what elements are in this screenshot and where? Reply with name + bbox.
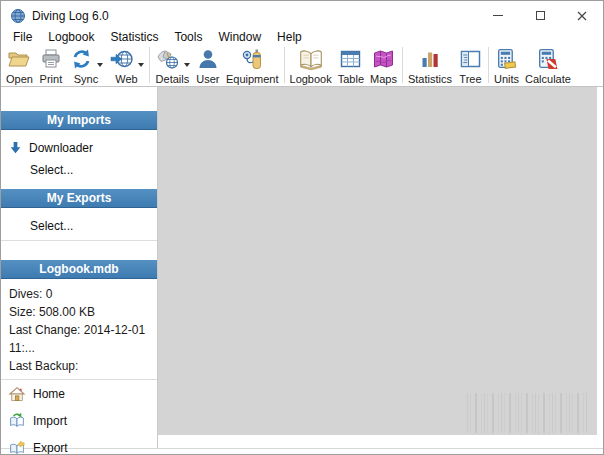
menu-statistics[interactable]: Statistics bbox=[102, 30, 166, 45]
window-title: Diving Log 6.0 bbox=[32, 9, 109, 23]
titlebar: Diving Log 6.0 bbox=[1, 1, 603, 30]
toolbar-user-button[interactable]: User bbox=[193, 46, 223, 85]
sidebar-nav-label: Export bbox=[33, 441, 68, 455]
toolbar-sync-button[interactable]: Sync bbox=[66, 46, 106, 85]
printer-icon bbox=[39, 47, 63, 71]
minimize-icon bbox=[493, 15, 503, 16]
toolbar-logbook-button[interactable]: Logbook bbox=[287, 46, 335, 85]
statistics-icon bbox=[418, 47, 442, 71]
dive-details-icon bbox=[155, 47, 181, 71]
equipment-icon bbox=[240, 46, 264, 72]
toolbar-open-button[interactable]: Open bbox=[3, 46, 36, 85]
toolbar-label: Open bbox=[6, 73, 33, 85]
toolbar-label: Units bbox=[494, 73, 519, 85]
sidebar-header-my-exports: My Exports bbox=[1, 189, 157, 208]
toolbar-separator bbox=[284, 47, 285, 83]
sidebar-header-my-imports: My Imports bbox=[1, 111, 157, 130]
toolbar-tree-button[interactable]: Tree bbox=[455, 46, 486, 85]
logbook-info: Dives: 0 Size: 508.00 KB Last Change: 20… bbox=[1, 279, 157, 375]
sidebar-divider bbox=[1, 240, 157, 241]
sidebar-header-logbook-file: Logbook.mdb bbox=[1, 260, 157, 279]
toolbar: Open Print bbox=[1, 45, 603, 87]
content-canvas bbox=[158, 87, 597, 435]
open-folder-icon bbox=[6, 47, 32, 71]
toolbar-calculate-button[interactable]: Calculate bbox=[522, 46, 574, 85]
menubar: File Logbook Statistics Tools Window Hel… bbox=[1, 30, 603, 45]
logbook-file-size: Size: 508.00 KB bbox=[9, 303, 157, 321]
toolbar-label: Details bbox=[156, 73, 190, 85]
toolbar-label: Logbook bbox=[290, 73, 332, 85]
web-icon bbox=[109, 47, 135, 71]
window-controls bbox=[477, 1, 603, 30]
logbook-last-change: Last Change: 2014-12-01 11:... bbox=[9, 321, 157, 357]
toolbar-label: Tree bbox=[459, 73, 481, 85]
sidebar-nav-home[interactable]: Home bbox=[1, 380, 157, 407]
app-window: Diving Log 6.0 File Logbook Statistics T… bbox=[0, 0, 604, 455]
toolbar-separator bbox=[402, 47, 403, 83]
toolbar-statistics-button[interactable]: Statistics bbox=[405, 46, 455, 85]
watermark-bars bbox=[467, 393, 589, 433]
sidebar-item-label: Select... bbox=[30, 163, 73, 177]
details-dropdown-icon[interactable] bbox=[184, 63, 190, 67]
toolbar-label: User bbox=[196, 73, 219, 85]
toolbar-label: Statistics bbox=[408, 73, 452, 85]
toolbar-web-button[interactable]: Web bbox=[106, 46, 147, 85]
menu-file[interactable]: File bbox=[5, 30, 40, 45]
maximize-button[interactable] bbox=[519, 1, 561, 30]
app-body: My Imports Downloader Select... My Expor… bbox=[1, 87, 603, 449]
sidebar-nav-export[interactable]: Export bbox=[1, 434, 157, 455]
menu-window[interactable]: Window bbox=[210, 30, 269, 45]
logbook-icon bbox=[297, 46, 325, 72]
toolbar-label: Calculate bbox=[525, 73, 571, 85]
menu-help[interactable]: Help bbox=[269, 30, 310, 45]
web-dropdown-icon[interactable] bbox=[138, 63, 144, 67]
main-content bbox=[158, 87, 603, 448]
sidebar-item-label: Downloader bbox=[29, 141, 93, 155]
calculate-icon bbox=[535, 47, 560, 72]
maps-icon bbox=[371, 47, 396, 71]
sidebar-nav-import[interactable]: Import bbox=[1, 407, 157, 434]
toolbar-maps-button[interactable]: Maps bbox=[367, 46, 400, 85]
import-book-icon bbox=[8, 412, 26, 430]
toolbar-details-button[interactable]: Details bbox=[152, 46, 193, 85]
sidebar-item-downloader[interactable]: Downloader bbox=[1, 138, 157, 158]
toolbar-print-button[interactable]: Print bbox=[36, 46, 66, 85]
menu-tools[interactable]: Tools bbox=[166, 30, 210, 45]
sidebar-item-import-select[interactable]: Select... bbox=[1, 160, 157, 180]
sync-icon bbox=[69, 47, 94, 71]
logbook-dives-count: Dives: 0 bbox=[9, 285, 157, 303]
toolbar-equipment-button[interactable]: Equipment bbox=[223, 46, 282, 85]
close-icon bbox=[577, 11, 587, 21]
home-icon bbox=[8, 385, 26, 403]
toolbar-separator bbox=[149, 47, 150, 83]
minimize-button[interactable] bbox=[477, 1, 519, 30]
export-book-icon bbox=[8, 439, 26, 455]
sidebar: My Imports Downloader Select... My Expor… bbox=[1, 87, 158, 448]
app-logo-globe-icon bbox=[10, 8, 26, 24]
toolbar-label: Sync bbox=[74, 73, 98, 85]
toolbar-units-button[interactable]: Units bbox=[491, 46, 522, 85]
toolbar-label: Table bbox=[338, 73, 364, 85]
maximize-icon bbox=[536, 11, 545, 20]
units-icon bbox=[494, 47, 519, 72]
toolbar-label: Print bbox=[40, 73, 63, 85]
toolbar-separator bbox=[488, 47, 489, 83]
toolbar-label: Equipment bbox=[226, 73, 279, 85]
menu-logbook[interactable]: Logbook bbox=[40, 30, 102, 45]
sync-dropdown-icon[interactable] bbox=[97, 63, 103, 67]
tree-icon bbox=[458, 47, 483, 71]
close-button[interactable] bbox=[561, 1, 603, 30]
sidebar-nav-label: Home bbox=[33, 387, 65, 401]
sidebar-item-export-select[interactable]: Select... bbox=[1, 216, 157, 236]
sidebar-item-label: Select... bbox=[30, 219, 73, 233]
toolbar-label: Maps bbox=[370, 73, 397, 85]
toolbar-label: Web bbox=[115, 73, 137, 85]
download-arrow-icon bbox=[8, 140, 23, 156]
toolbar-table-button[interactable]: Table bbox=[335, 46, 367, 85]
table-icon bbox=[338, 47, 363, 71]
user-icon bbox=[196, 47, 220, 71]
sidebar-nav-label: Import bbox=[33, 414, 67, 428]
logbook-last-backup: Last Backup: bbox=[9, 357, 157, 375]
